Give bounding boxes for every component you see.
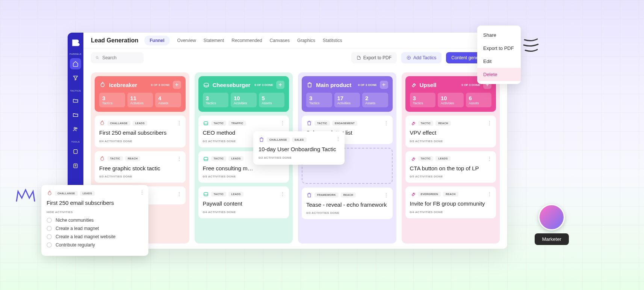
tactic-card[interactable]: TACTICREACH⋮Free graphic stock tactic0/3…	[95, 151, 186, 183]
menu-delete[interactable]: Delete	[477, 68, 521, 81]
card-menu-icon[interactable]: ⋮	[177, 156, 182, 162]
stat-box: 11Activities	[127, 93, 153, 107]
card-menu-icon[interactable]: ⋮	[384, 192, 389, 198]
sidebar-home-icon[interactable]	[70, 58, 81, 69]
sidebar-filter-icon[interactable]	[70, 72, 81, 84]
logo-icon[interactable]	[71, 37, 80, 47]
tag: TACTIC	[107, 156, 123, 161]
svg-point-1	[76, 128, 77, 129]
column-progress: 0 OF 3 DONE	[461, 83, 480, 87]
stat-box: 3Tactics	[99, 93, 125, 107]
card-title: Tease - reveal - echo framework	[306, 201, 388, 209]
tab-statistics[interactable]: Statitstics	[323, 38, 342, 43]
hide-activities-toggle[interactable]: HIDE ACTIVITIES	[47, 210, 143, 214]
checkbox-icon[interactable]	[47, 226, 52, 231]
stat-box: 6Assets	[466, 93, 492, 107]
add-tactics-button[interactable]: Add Tactics	[401, 52, 441, 63]
card-meta: 0/4 ACTIVITIES DONE	[203, 210, 285, 214]
card-title: VPV effect	[410, 129, 492, 137]
card-menu-icon[interactable]: ⋮	[487, 191, 492, 197]
card-menu-icon[interactable]: ⋮	[139, 189, 145, 195]
search-box[interactable]	[91, 52, 144, 63]
checkbox-icon[interactable]	[47, 242, 52, 248]
add-card-button[interactable]: +	[173, 81, 181, 89]
card-detail-popup[interactable]: CHALLANGE LEADS ⋮ First 250 email subscr…	[41, 185, 148, 256]
tag: CHALLANGE	[267, 137, 290, 142]
activity-item[interactable]: Create a lead magnet website	[47, 234, 143, 239]
activity-item[interactable]: Contribute regularly	[47, 242, 143, 248]
search-icon	[95, 56, 99, 60]
stat-box: 2Assets	[362, 93, 388, 107]
tab-overview[interactable]: Overview	[177, 38, 196, 43]
card-menu-icon[interactable]: ⋮	[487, 120, 492, 126]
activity-label: Contribute regularly	[56, 242, 95, 248]
card-menu-icon[interactable]: ⋮	[280, 191, 285, 197]
tag: TACTIC	[211, 156, 227, 161]
card-title: 10-day User Onboarding Tactic	[259, 146, 339, 153]
tab-recommended[interactable]: Recommended	[231, 38, 262, 43]
card-type-icon	[410, 191, 416, 197]
add-card-button[interactable]: +	[276, 81, 284, 89]
tag: LEADS	[228, 192, 243, 197]
card-menu-icon[interactable]: ⋮	[384, 120, 389, 126]
card-type-icon	[203, 120, 209, 126]
tab-graphics[interactable]: Graphics	[297, 38, 315, 43]
checkbox-icon[interactable]	[47, 218, 52, 223]
card-menu-icon[interactable]: ⋮	[177, 191, 182, 197]
tactic-card[interactable]: TACTICLEADS⋮CTA button on the top of LP0…	[405, 151, 496, 183]
tag: TACTIC	[418, 121, 434, 126]
dragging-card[interactable]: CHALLANGE SALES ⋮ 10-day User Onboarding…	[253, 131, 345, 165]
topbar: Lead Generation Funnel Overview Statemen…	[83, 33, 507, 48]
card-menu-icon[interactable]: ⋮	[487, 156, 492, 162]
tag: SALES	[292, 137, 307, 142]
menu-share[interactable]: Share	[477, 29, 521, 42]
menu-edit[interactable]: Edit	[477, 55, 521, 68]
card-menu-icon[interactable]: ⋮	[177, 120, 182, 126]
menu-export[interactable]: Export to PDF	[477, 42, 521, 55]
search-input[interactable]	[102, 55, 139, 60]
activity-label: Create a lead magnet	[56, 226, 99, 231]
sidebar-doc-icon[interactable]	[70, 146, 81, 157]
tag: EVERGREEN	[418, 192, 441, 197]
tab-statement[interactable]: Statement	[204, 38, 224, 43]
activity-item[interactable]: Niche communities	[47, 218, 143, 223]
context-menu: Share Export to PDF Edit Delete	[477, 26, 521, 84]
activity-label: Create a lead magnet website	[56, 234, 115, 239]
tactic-card[interactable]: EVERGREENREACH⋮Invite for FB group commu…	[405, 186, 496, 218]
tag: LEADS	[435, 156, 450, 161]
card-menu-icon[interactable]: ⋮	[336, 136, 341, 142]
card-meta: 0/3 ACTIVITIES DONE	[203, 175, 285, 178]
tag: TACTIC	[314, 121, 330, 126]
export-pdf-button[interactable]: Export to PDF	[351, 52, 397, 63]
activity-item[interactable]: Create a lead magnet	[47, 226, 143, 231]
card-title: First 250 email subscribers	[47, 199, 143, 207]
card-meta: 0/4 ACTIVITIES DONE	[410, 210, 492, 214]
sidebar-users-icon[interactable]	[70, 123, 81, 135]
tactic-card[interactable]: CHALLANGELEADS⋮First 250 email subscribe…	[95, 116, 186, 147]
column-name: Cheeseburger	[213, 82, 252, 88]
sidebar-label-tactics: TACTICS	[70, 90, 81, 92]
card-type-icon	[410, 120, 416, 126]
card-meta: 0/3 ACTIVITIES DONE	[410, 140, 492, 143]
card-type-icon	[203, 156, 209, 162]
card-title: Free consulting m…	[203, 165, 285, 172]
checkbox-icon[interactable]	[47, 234, 52, 239]
card-meta: 0/3 ACTIVITIES DONE	[99, 175, 181, 178]
column-progress: 0 OF 3 DONE	[254, 83, 273, 87]
tactic-card[interactable]: FRAMEWORKREACH⋮Tease - reveal - echo fra…	[302, 188, 393, 219]
avatar-label: Marketer	[535, 233, 569, 245]
sidebar-folder-2-icon[interactable]	[70, 109, 81, 120]
tactic-card[interactable]: TACTICLEADS⋮Paywall content0/4 ACTIVITIE…	[198, 186, 289, 218]
avatar-image[interactable]	[538, 204, 565, 230]
card-title: Paywall content	[203, 200, 285, 207]
add-card-button[interactable]: +	[380, 81, 388, 89]
tactic-card[interactable]: TACTICREACH⋮VPV effect0/3 ACTIVITIES DON…	[405, 116, 496, 147]
column-name: Upsell	[420, 82, 459, 88]
sidebar-note-icon[interactable]	[70, 160, 81, 171]
tab-canvases[interactable]: Canvases	[270, 38, 290, 43]
card-menu-icon[interactable]: ⋮	[280, 120, 285, 126]
card-title: Free graphic stock tactic	[99, 165, 181, 172]
sidebar-folder-1-icon[interactable]	[70, 95, 81, 106]
funnel-chip[interactable]: Funnel	[144, 36, 169, 45]
stat-box: 4Assets	[155, 93, 181, 107]
